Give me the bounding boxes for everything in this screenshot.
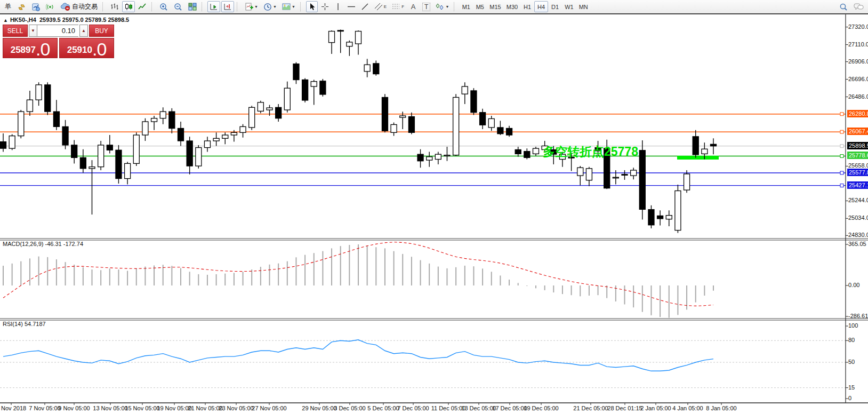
price-axis-label: 27110.0 <box>848 41 868 47</box>
candlestick <box>160 112 166 118</box>
candlestick <box>480 113 486 125</box>
candlestick <box>116 150 122 178</box>
buy-price-main: 25910 <box>67 45 92 54</box>
candlestick <box>133 135 139 163</box>
volume-decrease-button[interactable]: ▼ <box>29 25 37 37</box>
rsi-axis-label: 80 <box>848 337 855 343</box>
candlestick <box>267 108 272 110</box>
candlestick <box>373 63 379 74</box>
time-axis-label: 8 Jan 05:00 <box>706 405 737 411</box>
candlestick <box>187 141 192 166</box>
price-axis-label: 25034.0 <box>848 215 868 221</box>
one-click-trade-panel: SELL ▼ 0.10 ▲ BUY 25897.0 25910.0 <box>3 25 114 58</box>
candlestick <box>471 91 477 113</box>
price-axis-label: 27320.0 <box>848 23 868 30</box>
candlestick <box>142 122 148 135</box>
macd-axis-label: -286.61 <box>848 313 868 319</box>
candlestick <box>204 141 210 148</box>
volume-increase-button[interactable]: ▲ <box>79 25 88 37</box>
candlestick <box>666 216 672 219</box>
buy-button[interactable]: BUY <box>89 25 114 37</box>
chart-text-annotation[interactable]: 多空转折点25778 <box>543 144 638 160</box>
buy-price-display[interactable]: 25910.0 <box>59 38 114 58</box>
candlestick <box>53 112 59 126</box>
candlestick <box>675 191 681 231</box>
time-axis-label: 4 Jan 05:00 <box>672 405 703 411</box>
sell-price-display[interactable]: 25897.0 <box>3 38 58 58</box>
candlestick <box>347 42 352 46</box>
candlestick <box>249 107 255 128</box>
candlestick <box>391 124 397 132</box>
rsi-axis-label: 100 <box>848 322 858 329</box>
macd-axis-label: 0.00 <box>848 282 859 288</box>
chart-title: ▲HK50-,H4 25939.5 25975.0 25789.5 25898.… <box>3 17 129 23</box>
level-price-label: 25577.8 <box>847 169 868 176</box>
candlestick <box>222 135 228 138</box>
candlestick <box>613 177 618 178</box>
level-price-label: 25778.6 <box>847 152 868 159</box>
candlestick <box>364 65 370 72</box>
time-axis-label: 13 Dec 05:00 <box>461 405 496 411</box>
candlestick <box>276 107 282 118</box>
candlestick <box>586 169 592 180</box>
candlestick <box>435 154 441 159</box>
candlestick <box>293 64 299 80</box>
sell-button[interactable]: SELL <box>3 25 28 37</box>
price-axis-label: 26906.0 <box>848 58 868 65</box>
level-price-label: 26280.8 <box>847 110 868 117</box>
time-axis-label: 15 Nov 05:00 <box>125 405 159 411</box>
candlestick <box>507 129 512 136</box>
candlestick <box>311 82 317 86</box>
time-axis-label: 19 Nov 05:00 <box>157 405 191 411</box>
candlestick <box>631 170 637 176</box>
candlestick <box>320 81 326 94</box>
macd-indicator-label: MACD(12,26,9) -46.31 -172.74 <box>3 241 83 247</box>
candlestick <box>711 144 717 146</box>
panel-collapse-arrow[interactable]: ▲ <box>3 18 8 23</box>
macd-axis-label: 365.05 <box>848 241 866 247</box>
candlestick <box>45 85 51 112</box>
candlestick <box>444 155 450 156</box>
candlestick <box>125 163 131 178</box>
time-axis-label: 21 Dec 05:00 <box>573 405 608 411</box>
candlestick <box>408 117 414 133</box>
price-axis-label: 24830.0 <box>848 232 868 238</box>
candlestick <box>329 31 335 43</box>
candlestick <box>400 116 406 117</box>
candlestick <box>18 112 24 136</box>
candlestick <box>1 142 6 149</box>
time-axis-label: 7 Nov 05:00 <box>29 405 60 411</box>
rsi-indicator-label: RSI(14) 54.7187 <box>3 321 46 327</box>
candlestick <box>488 118 494 127</box>
candlestick <box>497 128 503 134</box>
candlestick <box>648 210 654 225</box>
candlestick <box>337 30 343 31</box>
candlestick <box>453 97 459 155</box>
price-axis-label: 26486.0 <box>848 93 868 100</box>
volume-input[interactable]: 0.10 <box>37 25 78 37</box>
rsi-axis-label: 15 <box>848 384 855 391</box>
candlestick <box>622 174 628 176</box>
chart-canvas[interactable] <box>0 0 868 413</box>
candlestick <box>639 150 645 210</box>
level-price-label: 25427.1 <box>847 181 868 189</box>
candlestick <box>98 145 104 167</box>
price-axis-label: 25658.0 <box>848 162 868 169</box>
mt4-window: 单 自动交易 <box>0 0 868 413</box>
rsi-axis-label: 50 <box>848 359 855 365</box>
time-axis-label: 2 Jan 05:00 <box>640 405 671 411</box>
candlestick <box>258 102 263 111</box>
level-price-label: 26067.4 <box>847 128 868 135</box>
candlestick <box>702 149 708 154</box>
candlestick <box>382 97 388 131</box>
candlestick <box>107 145 112 150</box>
price-axis-label: 25244.0 <box>848 197 868 203</box>
candlestick <box>9 136 15 149</box>
time-axis-label: 13 Nov 05:00 <box>93 405 127 411</box>
candlestick <box>515 150 521 154</box>
time-axis-label: 7 Dec 05:00 <box>397 405 429 411</box>
candlestick <box>80 157 86 168</box>
time-axis-label: 17 Dec 05:00 <box>492 405 527 411</box>
candlestick <box>577 168 583 176</box>
chart-ohlc: 25939.5 25975.0 25789.5 25898.5 <box>39 17 129 23</box>
